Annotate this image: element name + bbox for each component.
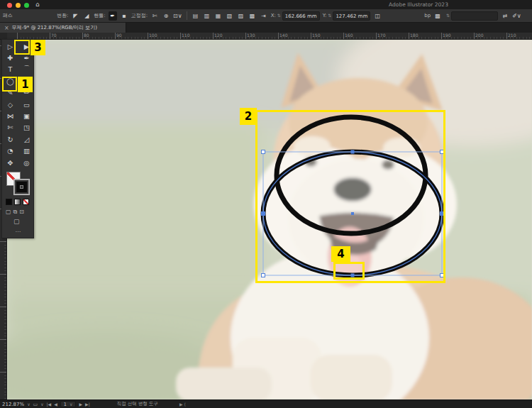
align-bottom-icon[interactable]: ▩ [248,11,257,21]
document-tab[interactable]: × 무제-9* @ 212.87%(RGB/미리 보기) [0,23,126,33]
document-tab-title: 무제-9* @ 212.87%(RGB/미리 보기) [12,24,97,31]
transform-again-icon[interactable]: ⇄ [501,11,509,21]
align-left-icon[interactable]: ▤ [192,11,200,21]
window-title: Adobe Illustrator 2023 [333,1,504,8]
artboard-dropdown-icon[interactable]: ∨ [40,402,43,407]
cut-path-icon[interactable]: ✄ [150,11,159,21]
convert-label: 변환: [57,12,68,19]
gradient-tool[interactable]: ▥ [18,145,35,157]
show-handles-icon[interactable]: ✒ [109,11,117,21]
none-button[interactable] [23,199,29,205]
field-label: X: [271,13,276,18]
status-bar: 212.87% ∨ ▭ ∨ |◀ ◀ 1 ∨ ▶ ▶| 직접 선택 변형 도구 … [0,399,532,408]
color-button[interactable] [6,199,12,205]
ruler-number: 130 [247,33,255,38]
annotation-label-3: 3 [31,40,45,55]
ruler-number: 100 [149,33,157,38]
zoom-window-button[interactable] [24,3,29,8]
ruler-number: 150 [312,33,320,38]
stepper-icon[interactable]: ⇅ [446,13,450,18]
draw-mode-buttons[interactable]: ▢⧉⊡ [6,209,24,216]
shaper-tool[interactable]: ◇ [2,99,18,110]
zoom-level-value[interactable]: 212.87% [2,402,24,407]
style-field[interactable]: ⇅ [445,11,498,21]
field-value[interactable]: 127.462 mm [333,11,370,21]
title-bar: ⌂ Adobe Illustrator 2023 [0,0,532,9]
align-center-icon[interactable]: ▥ [203,11,211,21]
horizontal-ruler[interactable]: 7080901001101201301401501601701801902002… [7,33,532,40]
zoom-tool[interactable]: ◎ [18,157,35,168]
annotation-label-4: 4 [331,246,350,262]
close-window-button[interactable] [7,3,12,8]
y-field[interactable]: Y:⇅127.462 mm [323,11,371,21]
distribute-icon[interactable]: ⇥ [260,11,268,21]
free-transform-tool[interactable]: ▣ [18,110,35,121]
rotate-tool[interactable]: ↻ [2,133,18,145]
artboard-icon: ▭ [33,402,38,407]
annotation-label-2: 2 [240,108,257,125]
brush-menu-icon[interactable]: ✐∨ [512,11,521,21]
edit-toolbar-button[interactable]: … [2,227,35,233]
illustrator-window: ⌂ Adobe Illustrator 2023 패스변환:◤◢핸들:✒▪고정점… [0,0,532,408]
next-artboard-button[interactable]: ▶ [79,402,82,407]
ruler-number: 120 [214,33,222,38]
shape-builder-menu-icon[interactable]: ⊡∨ [173,11,182,21]
hide-handles-icon[interactable]: ▪ [120,11,128,21]
stepper-icon[interactable]: ⇅ [277,13,281,18]
style-icon[interactable]: ▩ [433,11,442,21]
artboard-number-caret-icon[interactable]: ∨ [70,402,72,407]
field-label: Y: [323,13,327,18]
align-middle-icon[interactable]: ▨ [237,11,245,21]
artboard-number-value: 1 [64,402,67,407]
screen-mode-button[interactable]: ▢ [13,218,20,225]
ruler-number: 200 [475,33,483,38]
field-value[interactable]: 162.666 mm [282,11,320,21]
hand-tool[interactable]: ✥ [2,157,18,168]
stepper-icon[interactable]: ⇅ [328,13,331,18]
eyedropper-tool[interactable]: ◔ [2,145,18,157]
ruler-number: 140 [279,33,287,38]
width-tool[interactable]: ⋈ [2,110,18,121]
annotation-box-2-artwork [255,110,445,283]
control-bar: 패스변환:◤◢핸들:✒▪고정점:✄⊕⊡∨▤▥▦▧▨▩⇥X:⇅162.666 mm… [0,9,532,23]
ruler-number: 190 [443,33,450,38]
ruler-number: 160 [345,33,353,38]
ruler-number: 170 [377,33,385,38]
status-tool-text: 직접 선택 변형 도구 [117,401,158,407]
convert-corner-icon[interactable]: ◢ [82,11,91,21]
curvature-tool[interactable]: ⌒ [18,64,35,75]
type-tool[interactable]: T [2,64,18,75]
controlbar-divider [187,11,187,20]
first-artboard-button[interactable]: |◀ [47,402,52,407]
field-value[interactable] [451,11,498,21]
connect-path-icon[interactable]: ⊕ [162,11,170,21]
swatch-shortcuts [6,199,29,205]
artboard-tool[interactable]: ◳ [18,122,35,133]
ruler-number: 90 [116,33,122,38]
scissors-tool[interactable]: ✄ [2,122,18,133]
artboard-number-field[interactable]: 1 ∨ [60,401,77,407]
align-right-icon[interactable]: ▦ [214,11,223,21]
annotation-box-1-ellipse-tool [2,77,17,92]
gradient-button[interactable] [14,199,21,205]
status-extra-marks: ▶ ⟨ [179,402,186,407]
minimize-window-button[interactable] [16,3,21,8]
zoom-dropdown-icon[interactable]: ∨ [27,402,30,407]
annotation-box-3-selection-tool [14,40,30,55]
align-top-icon[interactable]: ▧ [226,11,234,21]
annotation-box-4-bottom-anchor [333,262,365,280]
constrain-icon[interactable]: ◫ [373,11,382,21]
tool-grid: ▷▶✚✒T⌒◯╱✎✏◇▭⋈▣✄◳↻◿◔▥✥◎ [2,40,33,168]
bp-label: bp [424,13,431,18]
rectangle-tool[interactable]: ▭ [18,99,35,110]
last-artboard-button[interactable]: ▶| [85,402,90,407]
convert-smooth-icon[interactable]: ◤ [71,11,79,21]
prev-artboard-button[interactable]: ◀ [54,402,57,407]
x-field[interactable]: X:⇅162.666 mm [271,11,320,21]
scale-tool[interactable]: ◿ [18,133,35,145]
fill-stroke-indicator [2,170,35,199]
stroke-swatch-active[interactable] [14,180,29,194]
home-icon[interactable]: ⌂ [35,1,40,8]
ruler-number: 180 [410,33,418,38]
close-tab-icon[interactable]: × [4,25,9,31]
